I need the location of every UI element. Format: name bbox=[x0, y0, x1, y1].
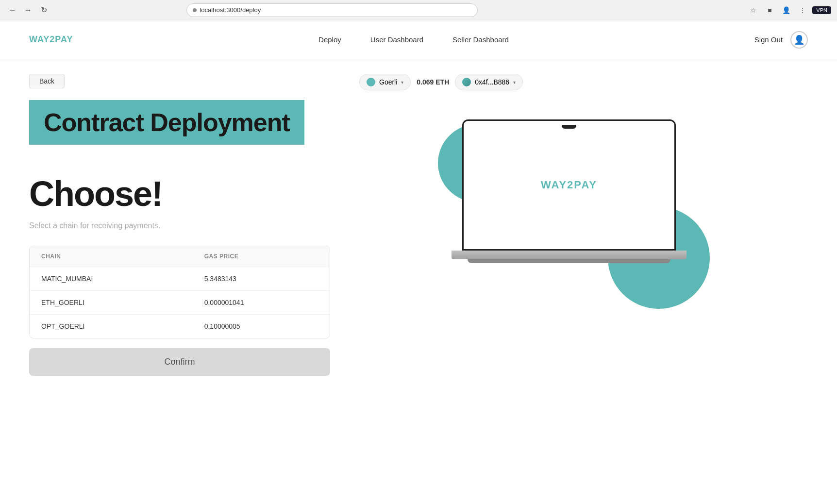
nav-buttons: ← → ↻ bbox=[6, 3, 50, 17]
chain-table-container: CHAIN GAS PRICE MATIC_MUMBAI 5.3483143 E… bbox=[29, 246, 330, 338]
chain-cell: ETH_GOERLI bbox=[30, 291, 193, 315]
secure-dot bbox=[193, 8, 197, 12]
col-gas-header: GAS PRICE bbox=[193, 246, 330, 267]
table-row[interactable]: OPT_GOERLI 0.10000005 bbox=[30, 315, 330, 338]
nav-deploy[interactable]: Deploy bbox=[318, 35, 341, 44]
avatar-icon[interactable]: 👤 bbox=[790, 31, 808, 49]
table-row[interactable]: MATIC_MUMBAI 5.3483143 bbox=[30, 267, 330, 291]
address-dropdown[interactable]: 0x4f...B886 ▾ bbox=[455, 74, 523, 90]
table-row[interactable]: ETH_GOERLI 0.000001041 bbox=[30, 291, 330, 315]
browser-chrome: ← → ↻ localhost:3000/deploy ☆ ■ 👤 ⋮ VPN bbox=[0, 0, 837, 20]
wallet-bar: Goerli ▾ 0.069 ETH 0x4f...B886 ▾ bbox=[359, 74, 523, 90]
address-text: localhost:3000/deploy bbox=[200, 6, 261, 14]
chain-table-body: MATIC_MUMBAI 5.3483143 ETH_GOERLI 0.0000… bbox=[30, 267, 330, 338]
chain-table: CHAIN GAS PRICE MATIC_MUMBAI 5.3483143 E… bbox=[30, 246, 330, 338]
choose-heading: Choose! bbox=[29, 174, 330, 214]
reload-button[interactable]: ↻ bbox=[37, 3, 50, 17]
header-right: Sign Out 👤 bbox=[754, 31, 808, 49]
nav-seller-dashboard[interactable]: Seller Dashboard bbox=[452, 35, 509, 44]
wallet-address: 0x4f...B886 bbox=[475, 78, 509, 86]
laptop-screen-logo: WAY2PAY bbox=[541, 179, 597, 191]
profile-icon[interactable]: 👤 bbox=[779, 3, 793, 17]
network-dropdown[interactable]: Goerli ▾ bbox=[359, 74, 411, 90]
back-nav-button[interactable]: ← bbox=[6, 3, 19, 17]
network-chevron-icon: ▾ bbox=[401, 80, 403, 85]
laptop-screen: WAY2PAY bbox=[462, 119, 676, 251]
col-chain-header: CHAIN bbox=[30, 246, 193, 267]
menu-icon[interactable]: ⋮ bbox=[796, 3, 809, 17]
app-header: WAY2PAY Deploy User Dashboard Seller Das… bbox=[0, 20, 837, 59]
bookmark-icon[interactable]: ☆ bbox=[746, 3, 760, 17]
laptop-bottom bbox=[468, 259, 670, 263]
nav-user-dashboard[interactable]: User Dashboard bbox=[370, 35, 423, 44]
browser-right-icons: ☆ ■ 👤 ⋮ VPN bbox=[746, 3, 831, 17]
main-content: Back Contract Deployment Choose! Select … bbox=[0, 59, 837, 376]
extensions-icon[interactable]: ■ bbox=[763, 3, 776, 17]
gas-cell: 0.000001041 bbox=[193, 291, 330, 315]
laptop-illustration: WAY2PAY bbox=[433, 110, 705, 294]
network-icon bbox=[367, 78, 375, 86]
choose-subtitle: Select a chain for receiving payments. bbox=[29, 221, 330, 230]
laptop-base bbox=[452, 251, 686, 259]
confirm-button[interactable]: Confirm bbox=[29, 348, 330, 376]
back-button[interactable]: Back bbox=[29, 74, 65, 88]
page-title: Contract Deployment bbox=[44, 108, 290, 136]
network-label: Goerli bbox=[379, 78, 397, 86]
laptop-body: WAY2PAY bbox=[462, 119, 676, 263]
chain-cell: OPT_GOERLI bbox=[30, 315, 193, 338]
vpn-badge: VPN bbox=[812, 6, 831, 14]
laptop-notch bbox=[562, 125, 576, 129]
app-logo: WAY2PAY bbox=[29, 34, 73, 45]
address-icon bbox=[462, 78, 471, 86]
chain-cell: MATIC_MUMBAI bbox=[30, 267, 193, 291]
page-title-banner: Contract Deployment bbox=[29, 100, 304, 145]
main-nav: Deploy User Dashboard Seller Dashboard bbox=[318, 35, 509, 44]
left-panel: Back Contract Deployment Choose! Select … bbox=[29, 59, 330, 376]
gas-cell: 5.3483143 bbox=[193, 267, 330, 291]
eth-balance: 0.069 ETH bbox=[417, 78, 449, 86]
address-bar[interactable]: localhost:3000/deploy bbox=[186, 3, 478, 17]
forward-nav-button[interactable]: → bbox=[21, 3, 35, 17]
address-chevron-icon: ▾ bbox=[513, 80, 516, 85]
sign-out-button[interactable]: Sign Out bbox=[754, 35, 783, 44]
right-panel: Goerli ▾ 0.069 ETH 0x4f...B886 ▾ WAY2PAY bbox=[330, 59, 808, 376]
table-header-row: CHAIN GAS PRICE bbox=[30, 246, 330, 267]
gas-cell: 0.10000005 bbox=[193, 315, 330, 338]
